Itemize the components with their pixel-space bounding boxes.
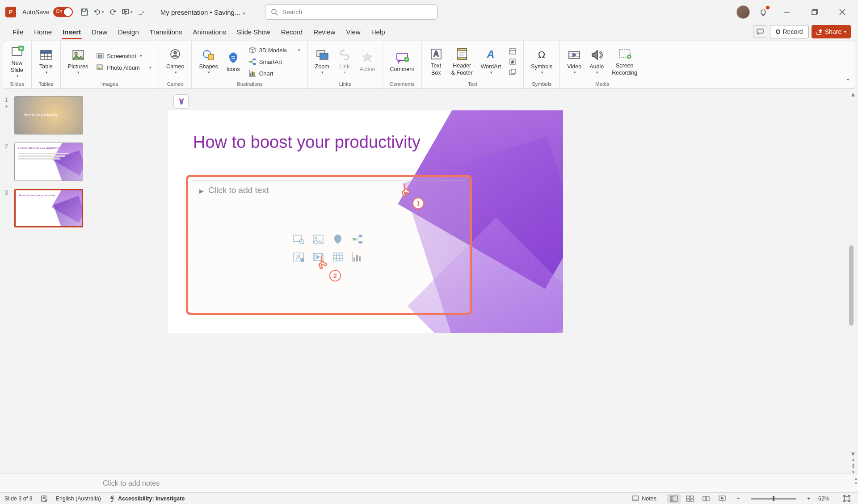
comment-button[interactable]: Comment xyxy=(387,50,417,74)
notes-toggle-button[interactable]: Notes xyxy=(632,496,656,502)
tab-insert[interactable]: Insert xyxy=(57,25,86,38)
photo-album-button[interactable]: Photo Album ▾ xyxy=(93,62,154,73)
slide-thumbnail-2[interactable]: How AI can boost your productivity xyxy=(14,143,83,181)
sorter-view-icon[interactable] xyxy=(683,494,697,504)
close-button[interactable] xyxy=(832,5,853,19)
svg-point-60 xyxy=(111,496,113,498)
action-button[interactable]: Action xyxy=(357,50,378,74)
zoom-in-button[interactable]: + xyxy=(802,494,816,504)
cameo-button[interactable]: Cameo▾ xyxy=(164,47,187,76)
document-title[interactable]: My presentation • Saving... ▾ xyxy=(160,8,245,16)
scrollbar-thumb[interactable] xyxy=(849,245,854,326)
record-button[interactable]: Record xyxy=(770,25,809,38)
autosave-toggle[interactable]: On xyxy=(53,7,73,17)
share-button[interactable]: Share ▾ xyxy=(812,25,851,38)
smartart-button[interactable]: SmartArt xyxy=(246,56,303,67)
object-button[interactable] xyxy=(506,67,519,77)
screenshot-button[interactable]: Screenshot▾ xyxy=(93,50,154,61)
pictures-icon[interactable] xyxy=(311,232,325,246)
insert-icon-icon[interactable] xyxy=(331,232,345,246)
zoom-out-button[interactable]: − xyxy=(732,494,745,504)
next-slide-icon[interactable]: ▾▾ xyxy=(849,466,857,474)
screen-recording-button[interactable]: Screen Recording xyxy=(609,46,640,78)
group-label-links: Links xyxy=(339,80,351,88)
zoom-level[interactable]: 62% xyxy=(818,496,829,502)
slide-canvas[interactable]: How to boost your productivity ▶Click to… xyxy=(168,110,563,333)
fit-to-window-icon[interactable] xyxy=(840,494,854,504)
tab-help[interactable]: Help xyxy=(366,25,391,38)
slideshow-view-icon[interactable] xyxy=(715,494,729,504)
tab-review[interactable]: Review xyxy=(308,25,341,38)
minimize-button[interactable]: ─ xyxy=(777,5,797,19)
collapse-ribbon-icon[interactable]: ⌃ xyxy=(845,77,851,86)
3d-models-button[interactable]: 3D Models ▾ xyxy=(246,45,303,55)
search-input[interactable]: Search xyxy=(265,4,437,20)
comments-toggle-button[interactable] xyxy=(753,25,767,38)
audio-button[interactable]: Audio▾ xyxy=(587,47,606,76)
tab-design[interactable]: Design xyxy=(113,25,144,38)
notes-scroll-down-icon[interactable]: ▾ xyxy=(855,481,857,486)
tab-transitions[interactable]: Transitions xyxy=(144,25,188,38)
svg-rect-57 xyxy=(356,255,358,261)
ribbon-tabs: File Home Insert Draw Design Transitions… xyxy=(0,24,858,39)
accessibility-button[interactable]: Accessibility: Investigate xyxy=(109,496,185,502)
stock-images-icon[interactable] xyxy=(291,232,306,246)
svg-rect-24 xyxy=(253,72,255,76)
slide-title[interactable]: How to boost your productivity xyxy=(193,133,421,152)
reading-view-icon[interactable] xyxy=(699,494,713,504)
redo-icon[interactable] xyxy=(107,6,119,18)
coming-soon-icon[interactable] xyxy=(757,6,770,18)
shapes-button[interactable]: Shapes▾ xyxy=(196,47,220,76)
slide-thumbnail-3[interactable]: How to boost your productivity xyxy=(14,189,83,227)
spellcheck-button[interactable] xyxy=(41,495,48,502)
textbox-button[interactable]: A Text Box xyxy=(426,46,446,78)
tab-animations[interactable]: Animations xyxy=(188,25,231,38)
zoom-button[interactable]: Zoom▾ xyxy=(312,47,332,76)
scroll-up-icon[interactable]: ▴ xyxy=(849,90,857,98)
wordart-button[interactable]: A WordArt▾ xyxy=(478,47,504,76)
slide-panel[interactable]: 1✦ How to be productive 2 How AI can boo… xyxy=(0,90,97,474)
normal-view-icon[interactable] xyxy=(667,494,681,504)
group-label-tables: Tables xyxy=(38,80,53,88)
tab-slideshow[interactable]: Slide Show xyxy=(231,25,276,38)
slide-number-button[interactable]: # xyxy=(506,57,519,67)
tab-home[interactable]: Home xyxy=(29,25,57,38)
undo-icon[interactable]: ▾ xyxy=(93,6,105,18)
cameo-placeholder-icon[interactable] xyxy=(291,250,306,264)
canvas-area[interactable]: How to boost your productivity ▶Click to… xyxy=(97,90,858,474)
language-button[interactable]: English (Australia) xyxy=(56,496,101,502)
save-icon[interactable] xyxy=(78,6,91,18)
maximize-button[interactable] xyxy=(804,5,825,19)
slide-thumbnail-1[interactable]: How to be productive xyxy=(14,96,83,134)
copilot-button[interactable] xyxy=(173,94,189,109)
svg-rect-67 xyxy=(690,499,694,501)
tab-draw[interactable]: Draw xyxy=(86,25,113,38)
pictures-button[interactable]: Pictures▾ xyxy=(65,47,91,76)
customize-qat-icon[interactable]: ⎯▾ xyxy=(135,6,148,18)
tab-record[interactable]: Record xyxy=(276,25,308,38)
tab-view[interactable]: View xyxy=(341,25,366,38)
content-placeholder[interactable]: ▶Click to add text 1 xyxy=(186,175,472,315)
link-button[interactable]: Link▾ xyxy=(335,47,354,76)
svg-rect-44 xyxy=(294,235,302,241)
svg-point-53 xyxy=(301,258,304,262)
symbols-button[interactable]: Ω Symbols▾ xyxy=(528,47,555,76)
svg-rect-69 xyxy=(845,496,849,501)
notes-scroll-up-icon[interactable]: ▴ xyxy=(855,476,857,481)
chart-placeholder-icon[interactable] xyxy=(350,250,365,264)
notes-pane[interactable]: Click to add notes ▴ ▾ xyxy=(0,474,858,492)
new-slide-button[interactable]: New Slide▾ xyxy=(7,43,27,80)
zoom-slider[interactable] xyxy=(751,498,796,500)
table-button[interactable]: Table▾ xyxy=(36,47,56,76)
chart-button[interactable]: Chart xyxy=(246,68,303,79)
thumb-number: 1✦ xyxy=(4,96,11,134)
video-button[interactable]: Video▾ xyxy=(564,47,584,76)
header-footer-button[interactable]: Header & Footer xyxy=(449,46,475,78)
present-icon[interactable]: ▾ xyxy=(121,6,134,18)
date-time-button[interactable] xyxy=(506,46,519,56)
smartart-placeholder-icon[interactable] xyxy=(350,232,365,246)
slide-counter[interactable]: Slide 3 of 3 xyxy=(4,496,33,502)
user-avatar[interactable] xyxy=(736,5,750,19)
icons-button[interactable]: Icons xyxy=(223,50,243,74)
tab-file[interactable]: File xyxy=(7,25,29,38)
